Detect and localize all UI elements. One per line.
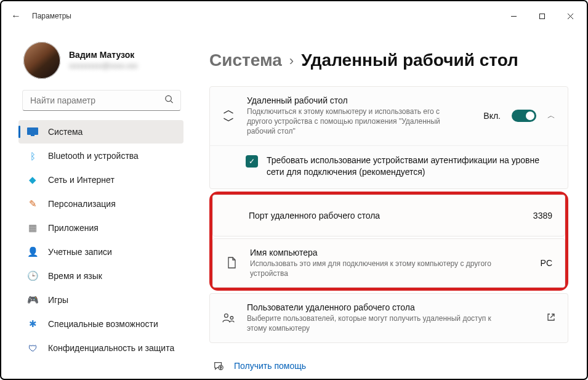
users-card[interactable]: Пользователи удаленного рабочего стола В… xyxy=(209,293,568,342)
svg-text:?: ? xyxy=(220,365,222,369)
nav-list: СистемаᛒBluetooth и устройства◆Сеть и Ин… xyxy=(12,119,192,379)
users-desc: Выберите пользователей, которые могут по… xyxy=(247,313,493,333)
svg-line-5 xyxy=(171,101,172,103)
search-icon xyxy=(164,95,174,107)
nav-icon: 👤 xyxy=(27,246,38,257)
remote-desktop-card: Удаленный рабочий стол Подключиться к эт… xyxy=(209,86,568,189)
sidebar: Вадим Матузок xxxxxxxxx@xxxx.xxx Система… xyxy=(1,31,192,379)
document-icon xyxy=(224,257,239,269)
svg-rect-6 xyxy=(27,127,38,135)
svg-rect-1 xyxy=(539,14,544,18)
main-content: Система › Удаленный рабочий стол Удаленн… xyxy=(192,31,587,379)
sidebar-item-8[interactable]: ✱Специальные возможности xyxy=(18,312,183,336)
nav-icon: 🛡 xyxy=(27,342,38,354)
chevron-up-icon[interactable]: ︿ xyxy=(547,110,555,121)
pc-name-desc: Использовать это имя для подключения к э… xyxy=(250,259,496,278)
breadcrumb-parent[interactable]: Система xyxy=(209,51,282,70)
highlight-annotation: Порт удаленного рабочего стола 3389 Имя … xyxy=(209,192,568,291)
user-name: Вадим Матузок xyxy=(69,49,138,61)
help-icon: ? xyxy=(212,360,225,371)
nav-icon: 🎮 xyxy=(27,294,38,305)
nav-label: Персонализация xyxy=(48,199,116,209)
svg-point-9 xyxy=(230,317,233,320)
nav-icon: ✱ xyxy=(27,318,38,329)
user-card[interactable]: Вадим Матузок xxxxxxxxx@xxxx.xxx xyxy=(12,38,192,90)
pc-name-value: PC xyxy=(541,258,552,268)
pc-name-card[interactable]: Имя компьютера Использовать это имя для … xyxy=(212,238,565,288)
sidebar-item-0[interactable]: Система xyxy=(18,120,183,144)
port-card[interactable]: Порт удаленного рабочего стола 3389 xyxy=(212,195,565,236)
feedback-link[interactable]: Отправить отзыв xyxy=(209,378,568,379)
close-button[interactable] xyxy=(556,6,584,26)
search-input[interactable] xyxy=(22,90,181,111)
back-button[interactable]: ← xyxy=(4,4,28,28)
nav-icon: ✎ xyxy=(27,198,38,209)
window-controls xyxy=(499,6,584,26)
nav-label: Специальные возможности xyxy=(48,319,158,329)
remote-desktop-desc: Подключиться к этому компьютеру и исполь… xyxy=(247,107,444,137)
external-link-icon xyxy=(547,313,555,323)
nav-icon: ◆ xyxy=(27,174,38,185)
nla-label: Требовать использование устройствами аут… xyxy=(267,155,555,179)
maximize-button[interactable] xyxy=(528,6,556,26)
breadcrumb-current: Удаленный рабочий стол xyxy=(301,51,518,70)
sidebar-item-2[interactable]: ◆Сеть и Интернет xyxy=(18,168,183,192)
breadcrumb: Система › Удаленный рабочий стол xyxy=(209,51,568,70)
remote-desktop-icon xyxy=(221,110,236,122)
user-email: xxxxxxxxx@xxxx.xxx xyxy=(69,61,138,71)
sidebar-item-4[interactable]: ▦Приложения xyxy=(18,216,183,240)
nav-label: Учетные записи xyxy=(48,247,112,257)
nav-label: Игры xyxy=(48,295,68,305)
users-icon xyxy=(221,312,236,323)
svg-point-8 xyxy=(225,314,228,318)
nav-label: Время и язык xyxy=(48,271,102,281)
nav-label: Приложения xyxy=(48,223,99,233)
remote-desktop-toggle-row[interactable]: Удаленный рабочий стол Подключиться к эт… xyxy=(210,87,568,145)
users-label: Пользователи удаленного рабочего стола xyxy=(247,302,536,312)
nav-label: Система xyxy=(48,127,83,137)
remote-desktop-toggle[interactable] xyxy=(512,110,536,122)
help-label: Получить помощь xyxy=(234,361,306,371)
chevron-right-icon: › xyxy=(289,53,294,69)
minimize-button[interactable] xyxy=(499,6,528,26)
toggle-state-label: Вкл. xyxy=(483,111,501,121)
port-label: Порт удаленного рабочего стола xyxy=(249,211,522,220)
pc-name-label: Имя компьютера xyxy=(250,248,530,257)
avatar xyxy=(23,42,60,79)
sidebar-item-9[interactable]: 🛡Конфиденциальность и защита xyxy=(18,336,183,360)
nav-icon: 🕒 xyxy=(27,270,38,281)
sidebar-item-6[interactable]: 🕒Время и язык xyxy=(18,264,183,288)
nav-label: Сеть и Интернет xyxy=(48,175,115,185)
search-field[interactable] xyxy=(22,90,181,111)
nav-icon: ▦ xyxy=(27,222,38,233)
nav-label: Bluetooth и устройства xyxy=(48,151,139,161)
nav-label: Конфиденциальность и защита xyxy=(48,343,174,353)
titlebar: ← Параметры xyxy=(1,1,587,31)
svg-point-4 xyxy=(166,95,171,101)
sidebar-item-1[interactable]: ᛒBluetooth и устройства xyxy=(18,144,183,168)
help-link[interactable]: ? Получить помощь xyxy=(209,354,568,378)
remote-desktop-title: Удаленный рабочий стол xyxy=(247,95,472,105)
window-title: Параметры xyxy=(28,12,71,20)
port-value: 3389 xyxy=(533,211,552,220)
sidebar-item-7[interactable]: 🎮Игры xyxy=(18,288,183,312)
nav-icon xyxy=(27,126,38,137)
svg-rect-7 xyxy=(31,135,34,136)
sidebar-item-3[interactable]: ✎Персонализация xyxy=(18,192,183,216)
nla-checkbox[interactable]: ✓ xyxy=(246,155,258,168)
nav-icon: ᛒ xyxy=(27,150,38,161)
sidebar-item-5[interactable]: 👤Учетные записи xyxy=(18,240,183,264)
nla-checkbox-row[interactable]: ✓ Требовать использование устройствами а… xyxy=(210,146,568,188)
